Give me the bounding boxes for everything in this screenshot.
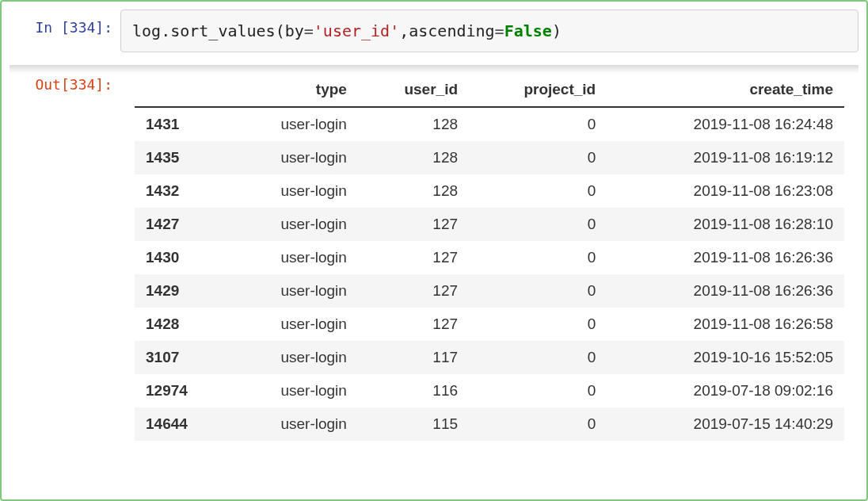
row-index: 1432 (135, 174, 229, 208)
dataframe-table: type user_id project_id create_time 1431… (135, 73, 844, 441)
row-index: 1435 (135, 141, 229, 174)
cell-create_time: 2019-11-08 16:26:58 (607, 308, 844, 341)
input-prompt: In [334]: (10, 10, 120, 52)
output-prompt: Out[334]: (10, 67, 120, 94)
table-row: 1427user-login12702019-11-08 16:28:10 (135, 208, 844, 241)
cell-project_id: 0 (469, 241, 607, 274)
col-head-project-id: project_id (469, 73, 607, 107)
cell-type: user-login (229, 274, 358, 308)
row-index: 1429 (135, 274, 229, 308)
code-token-comma: , (399, 21, 409, 40)
table-row: 1435user-login12802019-11-08 16:19:12 (135, 141, 844, 174)
notebook-cell: In [334]: log.sort_values(by='user_id',a… (0, 0, 868, 501)
code-token-kw-asc: ascending (409, 21, 494, 40)
cell-project_id: 0 (469, 274, 607, 308)
row-index: 1431 (135, 107, 229, 141)
table-row: 1431user-login12802019-11-08 16:24:48 (135, 107, 844, 141)
input-cell: In [334]: log.sort_values(by='user_id',a… (2, 2, 866, 52)
cell-type: user-login (229, 241, 358, 274)
table-row: 14644user-login11502019-07-15 14:40:29 (135, 407, 844, 441)
output-body: type user_id project_id create_time 1431… (120, 67, 858, 441)
code-token-lparen: ( (276, 21, 285, 40)
row-index: 1428 (135, 308, 229, 341)
code-token-ident: log (132, 21, 161, 40)
code-token-dot: . (161, 21, 170, 40)
cell-type: user-login (229, 174, 358, 208)
code-token-rparen: ) (552, 21, 562, 40)
out-exec-count: 334 (70, 76, 96, 93)
input-area: In [334]: log.sort_values(by='user_id',a… (2, 2, 866, 52)
cell-project_id: 0 (469, 107, 607, 141)
code-token-bool: False (504, 21, 552, 40)
in-prefix: In [ (35, 19, 69, 36)
table-header: type user_id project_id create_time (135, 73, 844, 107)
cell-user_id: 127 (358, 308, 469, 341)
cell-create_time: 2019-11-08 16:26:36 (607, 274, 844, 308)
table-row: 12974user-login11602019-07-18 09:02:16 (135, 374, 844, 407)
code-input[interactable]: log.sort_values(by='user_id',ascending=F… (120, 10, 858, 52)
cell-user_id: 127 (358, 274, 469, 308)
cell-type: user-login (229, 407, 358, 441)
row-index: 14644 (135, 407, 229, 441)
cell-type: user-login (229, 141, 358, 174)
in-exec-count: 334 (70, 19, 96, 36)
table-row: 1430user-login12702019-11-08 16:26:36 (135, 241, 844, 274)
code-token-method: sort_values (170, 21, 275, 40)
table-row: 3107user-login11702019-10-16 15:52:05 (135, 341, 844, 374)
cell-type: user-login (229, 107, 358, 141)
table-row: 1428user-login12702019-11-08 16:26:58 (135, 308, 844, 341)
cell-project_id: 0 (469, 174, 607, 208)
out-suffix: ]: (95, 76, 112, 93)
code-token-kw-by: by (285, 21, 304, 40)
col-head-type: type (229, 73, 358, 107)
cell-project_id: 0 (469, 341, 607, 374)
cell-type: user-login (229, 341, 358, 374)
output-cell: Out[334]: type user_id project_id create… (2, 67, 866, 449)
cell-user_id: 128 (358, 107, 469, 141)
col-head-index (135, 73, 229, 107)
cell-create_time: 2019-07-15 14:40:29 (607, 407, 844, 441)
out-prefix: Out[ (35, 76, 69, 93)
table-header-row: type user_id project_id create_time (135, 73, 844, 107)
cell-create_time: 2019-11-08 16:24:48 (607, 107, 844, 141)
row-index: 12974 (135, 374, 229, 407)
cell-create_time: 2019-11-08 16:28:10 (607, 208, 844, 241)
in-suffix: ]: (95, 19, 112, 36)
cell-project_id: 0 (469, 141, 607, 174)
row-index: 3107 (135, 341, 229, 374)
cell-project_id: 0 (469, 374, 607, 407)
code-token-eq2: = (495, 21, 504, 40)
cell-project_id: 0 (469, 407, 607, 441)
cell-user_id: 127 (358, 208, 469, 241)
output-area: Out[334]: type user_id project_id create… (2, 67, 866, 449)
cell-user_id: 115 (358, 407, 469, 441)
cell-user_id: 127 (358, 241, 469, 274)
cell-project_id: 0 (469, 208, 607, 241)
col-head-user-id: user_id (358, 73, 469, 107)
row-index: 1430 (135, 241, 229, 274)
row-index: 1427 (135, 208, 229, 241)
table-row: 1432user-login12802019-11-08 16:23:08 (135, 174, 844, 208)
cell-type: user-login (229, 374, 358, 407)
col-head-create-time: create_time (607, 73, 844, 107)
cell-user_id: 116 (358, 374, 469, 407)
cell-project_id: 0 (469, 308, 607, 341)
table-row: 1429user-login12702019-11-08 16:26:36 (135, 274, 844, 308)
cell-create_time: 2019-11-08 16:26:36 (607, 241, 844, 274)
cell-type: user-login (229, 308, 358, 341)
cell-create_time: 2019-07-18 09:02:16 (607, 374, 844, 407)
cell-create_time: 2019-10-16 15:52:05 (607, 341, 844, 374)
cell-user_id: 128 (358, 141, 469, 174)
code-token-eq: = (304, 21, 314, 40)
code-token-str: 'user_id' (314, 21, 399, 40)
cell-type: user-login (229, 208, 358, 241)
cell-create_time: 2019-11-08 16:19:12 (607, 141, 844, 174)
table-body: 1431user-login12802019-11-08 16:24:48143… (135, 107, 844, 441)
cell-user_id: 128 (358, 174, 469, 208)
cell-create_time: 2019-11-08 16:23:08 (607, 174, 844, 208)
cell-user_id: 117 (358, 341, 469, 374)
